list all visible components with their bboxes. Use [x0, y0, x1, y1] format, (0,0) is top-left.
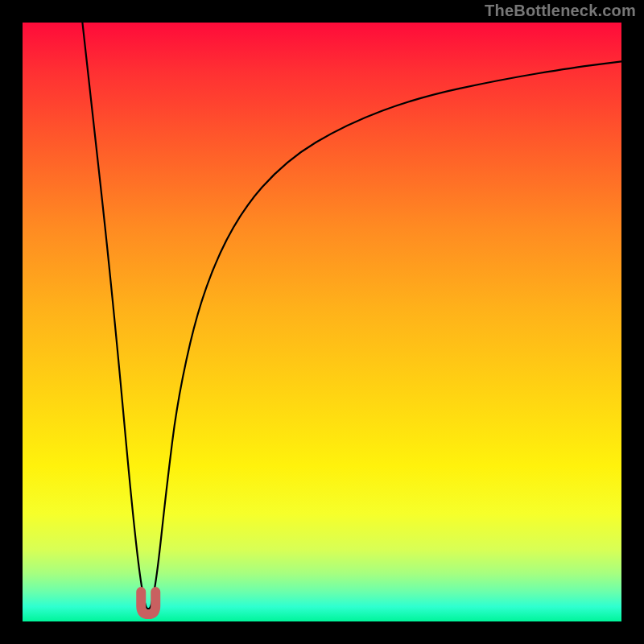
watermark-text: TheBottleneck.com: [485, 2, 636, 20]
chart-frame: TheBottleneck.com: [0, 0, 644, 644]
bottleneck-curve: [82, 23, 621, 609]
minimum-marker: [141, 592, 155, 614]
chart-svg: [23, 23, 621, 621]
plot-area: [23, 23, 621, 621]
